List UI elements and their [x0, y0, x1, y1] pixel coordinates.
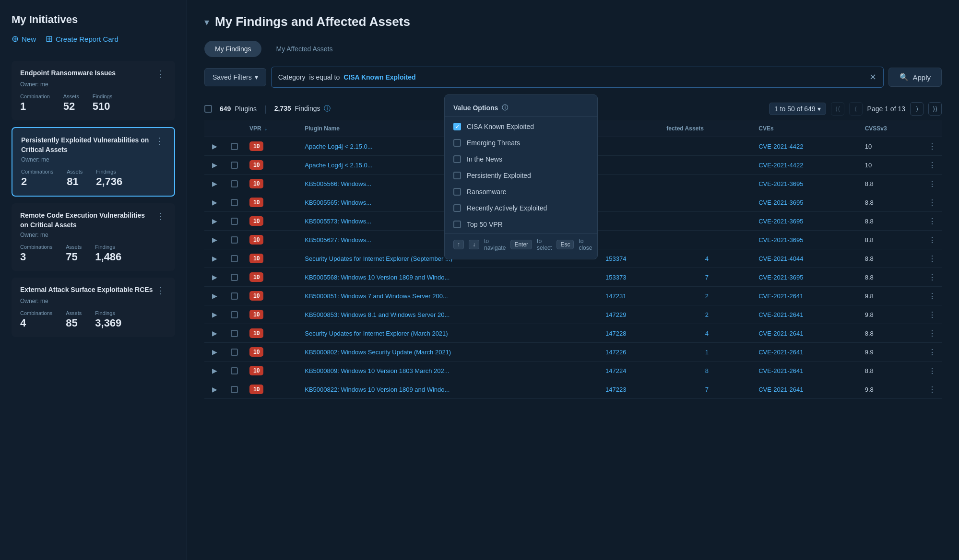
initiative-kebab-button[interactable]: ⋮	[154, 285, 166, 296]
row-checkbox[interactable]	[231, 199, 238, 206]
cve-link[interactable]: CVE-2021-3695	[758, 218, 803, 225]
plugin-name-link[interactable]: Apache Log4j < 2.15.0...	[305, 162, 372, 169]
plugin-name-link[interactable]: KB5000822: Windows 10 Version 1809 and W…	[305, 386, 450, 393]
cve-link[interactable]: CVE-2021-4422	[758, 143, 803, 150]
plugin-id-link[interactable]: 147223	[605, 386, 626, 393]
cve-link[interactable]: CVE-2021-3695	[758, 199, 803, 206]
affected-assets-link[interactable]: 7	[705, 386, 709, 393]
affected-assets-link[interactable]: 4	[705, 255, 709, 262]
row-expand-button[interactable]: ▶	[210, 273, 219, 281]
collapse-icon[interactable]: ▾	[204, 16, 209, 28]
plugin-id-link[interactable]: 147231	[605, 292, 626, 300]
row-expand-button[interactable]: ▶	[210, 329, 219, 337]
cve-link[interactable]: CVE-2021-2641	[758, 349, 803, 356]
prev-page-button[interactable]: ⟨	[849, 102, 863, 116]
row-checkbox[interactable]	[231, 162, 238, 169]
initiative-kebab-button[interactable]: ⋮	[153, 136, 166, 146]
apply-button[interactable]: 🔍 Apply	[888, 68, 942, 87]
plugin-id-link[interactable]: 147228	[605, 330, 626, 337]
next-page-button[interactable]: ⟩	[910, 102, 923, 116]
cve-link[interactable]: CVE-2021-4044	[758, 255, 803, 262]
affected-assets-link[interactable]: 8	[705, 367, 709, 374]
row-actions-button[interactable]: ⋮	[928, 179, 936, 188]
row-checkbox[interactable]	[231, 349, 238, 356]
first-page-button[interactable]: ⟨⟨	[831, 102, 844, 116]
row-checkbox[interactable]	[231, 311, 238, 318]
dropdown-option-ransomware[interactable]: Ransomware	[445, 184, 597, 200]
row-expand-button[interactable]: ▶	[210, 367, 219, 374]
option-checkbox-recently[interactable]	[453, 204, 461, 212]
row-actions-button[interactable]: ⋮	[928, 310, 936, 319]
row-actions-button[interactable]: ⋮	[928, 273, 936, 282]
plugin-id-link[interactable]: 153374	[605, 255, 626, 262]
row-checkbox[interactable]	[231, 330, 238, 337]
plugin-name-link[interactable]: KB5005627: Windows...	[305, 236, 371, 244]
cve-link[interactable]: CVE-2021-3695	[758, 236, 803, 244]
row-checkbox[interactable]	[231, 218, 238, 225]
row-checkbox[interactable]	[231, 180, 238, 187]
row-expand-button[interactable]: ▶	[210, 198, 219, 206]
plugin-name-link[interactable]: KB5005565: Windows...	[305, 199, 371, 206]
option-checkbox-top50[interactable]	[453, 221, 461, 228]
initiative-card-init3[interactable]: Remote Code Execution Vulnerabilities on…	[12, 203, 175, 271]
master-checkbox[interactable]	[204, 105, 212, 113]
cve-link[interactable]: CVE-2021-2641	[758, 330, 803, 337]
plugin-name-link[interactable]: KB5005568: Windows 10 Version 1809 and W…	[305, 274, 450, 281]
affected-assets-link[interactable]: 1	[705, 349, 709, 356]
row-expand-button[interactable]: ▶	[210, 161, 219, 169]
dropdown-option-cisa[interactable]: ✓ CISA Known Exploited	[445, 118, 597, 135]
row-expand-button[interactable]: ▶	[210, 292, 219, 300]
row-actions-button[interactable]: ⋮	[928, 198, 936, 207]
row-actions-button[interactable]: ⋮	[928, 217, 936, 226]
cve-link[interactable]: CVE-2021-3695	[758, 180, 803, 187]
row-actions-button[interactable]: ⋮	[928, 329, 936, 338]
row-checkbox[interactable]	[231, 292, 238, 300]
option-checkbox-news[interactable]	[453, 155, 461, 163]
row-expand-button[interactable]: ▶	[210, 236, 219, 244]
plugin-id-link[interactable]: 147229	[605, 311, 626, 318]
affected-assets-link[interactable]: 2	[705, 311, 709, 318]
initiative-card-init1[interactable]: Endpoint Ransomware Issues ⋮ Owner: me C…	[12, 61, 175, 120]
plugin-name-link[interactable]: KB5005566: Windows...	[305, 180, 371, 187]
row-checkbox[interactable]	[231, 367, 238, 374]
row-actions-button[interactable]: ⋮	[928, 254, 936, 263]
dropdown-option-news[interactable]: In the News	[445, 151, 597, 167]
dropdown-option-emerging[interactable]: Emerging Threats	[445, 135, 597, 151]
row-actions-button[interactable]: ⋮	[928, 292, 936, 301]
filter-clear-button[interactable]: ✕	[869, 72, 876, 82]
row-actions-button[interactable]: ⋮	[928, 142, 936, 151]
row-expand-button[interactable]: ▶	[210, 255, 219, 262]
cve-link[interactable]: CVE-2021-2641	[758, 292, 803, 300]
initiative-card-init4[interactable]: External Attack Surface Exploitable RCEs…	[12, 278, 175, 337]
plugin-id-link[interactable]: 147226	[605, 349, 626, 356]
plugin-name-link[interactable]: KB5000802: Windows Security Update (Marc…	[305, 349, 451, 356]
affected-assets-link[interactable]: 7	[705, 274, 709, 281]
option-checkbox-ransomware[interactable]	[453, 188, 461, 196]
page-range-selector[interactable]: 1 to 50 of 649 ▾	[769, 103, 826, 115]
dropdown-option-top50[interactable]: Top 50 VPR	[445, 216, 597, 233]
row-expand-button[interactable]: ▶	[210, 311, 219, 318]
cve-link[interactable]: CVE-2021-2641	[758, 386, 803, 393]
filter-input[interactable]: Category is equal to CISA Known Exploite…	[271, 67, 884, 88]
initiative-kebab-button[interactable]: ⋮	[154, 211, 166, 222]
plugin-name-link[interactable]: KB5000853: Windows 8.1 and Windows Serve…	[305, 311, 450, 318]
plugin-name-link[interactable]: KB5000851: Windows 7 and Windows Server …	[305, 292, 448, 300]
row-actions-button[interactable]: ⋮	[928, 385, 936, 394]
row-checkbox[interactable]	[231, 236, 238, 244]
row-actions-button[interactable]: ⋮	[928, 366, 936, 375]
vpr-sort-icon[interactable]: ↓	[264, 125, 267, 132]
initiative-kebab-button[interactable]: ⋮	[154, 69, 166, 79]
cve-link[interactable]: CVE-2021-2641	[758, 367, 803, 374]
create-report-button[interactable]: ⊞ Create Report Card	[46, 35, 118, 43]
cve-link[interactable]: CVE-2021-3695	[758, 274, 803, 281]
plugin-name-link[interactable]: KB5005573: Windows...	[305, 218, 371, 225]
cve-link[interactable]: CVE-2021-2641	[758, 311, 803, 318]
row-checkbox[interactable]	[231, 143, 238, 150]
dropdown-option-persistent[interactable]: Persistently Exploited	[445, 167, 597, 184]
tab-my-affected-assets[interactable]: My Affected Assets	[265, 41, 343, 57]
row-actions-button[interactable]: ⋮	[928, 348, 936, 357]
initiative-card-init2[interactable]: Persistently Exploited Vulnerabilities o…	[12, 127, 175, 197]
row-expand-button[interactable]: ▶	[210, 348, 219, 356]
tab-my-findings[interactable]: My Findings	[204, 41, 261, 57]
option-checkbox-persistent[interactable]	[453, 172, 461, 179]
